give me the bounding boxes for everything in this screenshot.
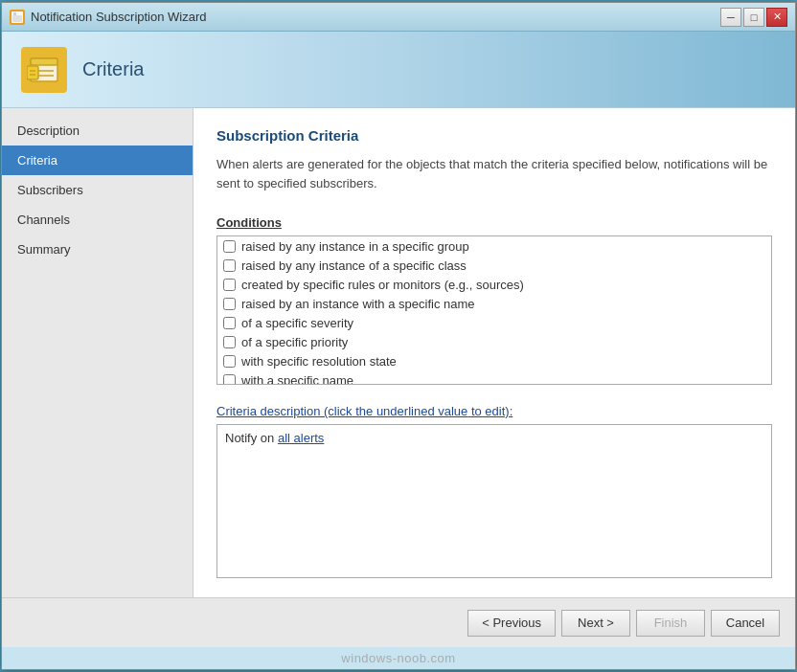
header-icon <box>21 47 67 93</box>
section-title: Subscription Criteria <box>216 127 772 144</box>
condition-label-1: raised by any instance in a specific gro… <box>241 239 469 254</box>
condition-checkbox-7[interactable] <box>223 355 236 368</box>
condition-label-2: raised by any instance of a specific cla… <box>241 258 467 273</box>
sidebar-item-criteria[interactable]: Criteria <box>2 146 193 175</box>
svg-rect-4 <box>31 58 57 65</box>
svg-rect-1 <box>12 15 22 22</box>
sidebar-item-description[interactable]: Description <box>2 116 193 146</box>
conditions-box: raised by any instance in a specific gro… <box>216 235 772 385</box>
titlebar-controls: ─ □ ✕ <box>720 8 787 27</box>
previous-button[interactable]: < Previous <box>467 610 556 637</box>
main-content: Subscription Criteria When alerts are ge… <box>194 108 795 597</box>
header-banner: Criteria <box>2 32 795 108</box>
condition-item: raised by any instance in a specific gro… <box>217 236 771 256</box>
close-button[interactable]: ✕ <box>766 8 787 27</box>
condition-checkbox-8[interactable] <box>223 374 236 386</box>
condition-checkbox-4[interactable] <box>223 298 236 310</box>
condition-label-7: with specific resolution state <box>241 354 397 369</box>
sidebar-item-subscribers[interactable]: Subscribers <box>2 175 193 205</box>
condition-item: raised by an instance with a specific na… <box>217 294 771 313</box>
condition-label-8: with a specific name <box>241 373 353 386</box>
sidebar-item-channels[interactable]: Channels <box>2 205 193 235</box>
cancel-button[interactable]: Cancel <box>711 610 780 637</box>
watermark: windows-noob.com <box>2 647 795 669</box>
sidebar: Description Criteria Subscribers Channel… <box>2 108 194 597</box>
titlebar: Notification Subscription Wizard ─ □ ✕ <box>2 3 795 32</box>
condition-item: of a specific severity <box>217 313 771 332</box>
notify-link[interactable]: all alerts <box>278 431 324 445</box>
criteria-description-box: Notify on all alerts <box>216 424 772 578</box>
footer: < Previous Next > Finish Cancel <box>2 597 795 647</box>
notify-text: Notify on all alerts <box>225 431 324 445</box>
titlebar-left: Notification Subscription Wizard <box>10 10 207 25</box>
criteria-desc-label-text: Criteria description (click the <box>216 404 376 418</box>
condition-checkbox-3[interactable] <box>223 279 236 291</box>
condition-checkbox-2[interactable] <box>223 259 236 272</box>
main-window: Notification Subscription Wizard ─ □ ✕ C… <box>1 2 796 670</box>
condition-item: with a specific name <box>217 370 771 385</box>
minimize-button[interactable]: ─ <box>720 8 741 27</box>
criteria-desc-underline: underlined value <box>376 404 467 418</box>
condition-label-6: of a specific priority <box>241 335 348 349</box>
condition-checkbox-5[interactable] <box>223 317 236 329</box>
criteria-desc-label-text2: to edit): <box>467 404 512 418</box>
finish-button[interactable]: Finish <box>636 610 705 637</box>
sidebar-item-summary[interactable]: Summary <box>2 235 193 264</box>
description-text: When alerts are generated for the object… <box>216 155 772 192</box>
condition-checkbox-1[interactable] <box>223 240 236 253</box>
condition-item: of a specific priority <box>217 332 771 351</box>
notify-prefix: Notify on <box>225 431 278 445</box>
criteria-desc-label: Criteria description (click the underlin… <box>216 404 772 418</box>
condition-item: created by specific rules or monitors (e… <box>217 275 771 294</box>
content-area: Description Criteria Subscribers Channel… <box>2 108 795 597</box>
page-title: Criteria <box>82 58 144 80</box>
svg-rect-2 <box>13 12 16 15</box>
window-title: Notification Subscription Wizard <box>31 10 207 24</box>
condition-item: raised by any instance of a specific cla… <box>217 256 771 275</box>
condition-item: with specific resolution state <box>217 351 771 370</box>
next-button[interactable]: Next > <box>561 610 630 637</box>
condition-checkbox-6[interactable] <box>223 336 236 348</box>
footer-buttons: < Previous Next > Finish Cancel <box>467 610 780 637</box>
conditions-label: Conditions <box>216 215 772 230</box>
maximize-button[interactable]: □ <box>743 8 764 27</box>
condition-label-3: created by specific rules or monitors (e… <box>241 278 524 292</box>
svg-rect-7 <box>27 66 38 79</box>
condition-label-5: of a specific severity <box>241 316 353 330</box>
app-icon <box>10 10 25 25</box>
condition-label-4: raised by an instance with a specific na… <box>241 297 475 311</box>
